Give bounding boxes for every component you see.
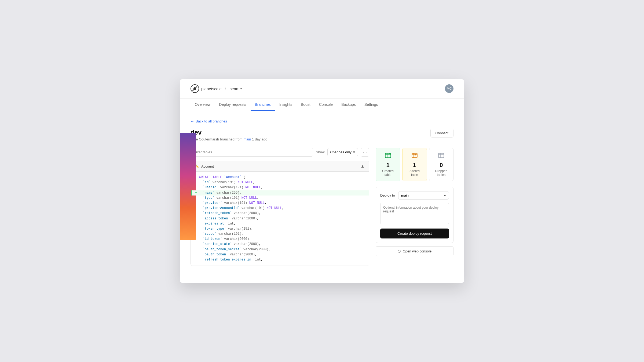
deploy-section: Deploy to main ▾ Create deploy request [376,187,453,243]
nav-tabs: Overview Deploy requests Branches Insigh… [180,99,464,111]
header: planetscale / beam ▾ MC [180,79,464,99]
filter-row: Show Changes only ▾ ··· [191,148,369,157]
altered-label: Altered table [407,169,422,177]
code-header-left: ✏️ Account [195,164,214,168]
code-block: ✏️ Account ▲ CREATE TABLE `Account` ( `i… [191,161,369,266]
code-line: `expires_at` int, [191,221,369,226]
console-icon: ⬡ [398,249,401,253]
branch-title: dev [191,129,267,136]
collapse-button[interactable]: ▲ [360,164,365,169]
left-panel: Show Changes only ▾ ··· ✏️ [191,148,369,266]
tab-settings[interactable]: Settings [360,99,382,111]
ellipsis-icon: ··· [363,150,367,155]
code-line: CREATE TABLE `Account` ( [191,175,369,180]
dropped-table-card: 0 Dropped tables [429,148,453,181]
code-line: `refresh_token_expires_in` int, [191,257,369,262]
created-label: Created table [380,169,396,177]
tab-overview[interactable]: Overview [191,99,215,111]
tab-deploy-requests[interactable]: Deploy requests [215,99,250,111]
chevron-up-icon: ▲ [360,164,365,168]
svg-rect-12 [438,153,444,158]
planetscale-logo [191,84,199,93]
code-line: `id` varchar(191) NOT NULL, [191,180,369,185]
code-line: `userId` varchar(191) NOT NULL, [191,185,369,190]
code-line: + `name` varchar(255), [191,190,369,196]
dropped-count: 0 [434,162,449,169]
dropdown-chevron-icon: ▾ [353,150,355,154]
back-to-branches-link[interactable]: ← Back to all branches [191,119,453,123]
chevron-down-icon: ▾ [240,87,242,90]
altered-table-icon [407,152,422,160]
filter-tables-input[interactable] [191,148,313,157]
more-options-button[interactable]: ··· [361,148,369,157]
tab-branches[interactable]: Branches [251,99,275,111]
code-line: `id_token` varchar(2000), [191,237,369,242]
created-count: 1 [380,162,396,169]
deploy-dropdown-chevron-icon: ▾ [444,193,446,197]
deploy-to-label: Deploy to [380,193,395,197]
code-line: `refresh_token` varchar(2000), [191,211,369,216]
deploy-target-dropdown[interactable]: main ▾ [398,191,449,200]
dropped-label: Dropped tables [434,169,449,177]
altered-count: 1 [407,162,422,169]
org-name: planetscale [201,86,222,91]
deploy-textarea[interactable] [380,203,449,224]
code-header: ✏️ Account ▲ [191,161,369,172]
code-line: `provider` varchar(191) NOT NULL, [191,201,369,206]
browser-frame: planetscale / beam ▾ MC Overview Deploy … [180,79,464,283]
altered-table-card: 1 Altered table [402,148,427,181]
table-name: Account [201,164,214,168]
code-line: `oauth_token` varchar(2000), [191,252,369,257]
right-panel: + 1 Created table [376,148,453,266]
created-table-icon: + [380,152,396,160]
branch-header: dev Mike Coutermarsh branched from main … [191,129,453,141]
changes-dropdown[interactable]: Changes only ▾ [327,148,358,156]
db-name[interactable]: beam ▾ [229,86,242,91]
svg-rect-8 [412,153,417,158]
svg-point-1 [193,87,196,90]
arrow-left-icon: ← [191,119,194,123]
dropped-table-icon [434,152,449,160]
deploy-row: Deploy to main ▾ [380,191,449,200]
code-line: `oauth_token_secret` varchar(2000), [191,247,369,252]
tab-console[interactable]: Console [315,99,337,111]
code-line: `providerAccountId` varchar(191) NOT NUL… [191,206,369,211]
code-line: `type` varchar(191) NOT NULL, [191,196,369,201]
code-body: CREATE TABLE `Account` ( `id` varchar(19… [191,172,369,266]
created-table-card: + 1 Created table [376,148,400,181]
code-line: `scope` varchar(191), [191,231,369,237]
create-deploy-button[interactable]: Create deploy request [380,229,449,238]
tab-backups[interactable]: Backups [337,99,360,111]
tab-boost[interactable]: Boost [297,99,315,111]
show-label: Show [316,150,325,154]
svg-text:+: + [389,153,390,155]
content-layout: Show Changes only ▾ ··· ✏️ [191,148,453,266]
main-content: ← Back to all branches dev Mike Couterma… [180,111,464,274]
tab-insights[interactable]: Insights [275,99,297,111]
connect-button[interactable]: Connect [430,129,453,137]
stats-row: + 1 Created table [376,148,453,181]
open-console-button[interactable]: ⬡ Open web console [376,246,453,256]
branch-info: dev Mike Coutermarsh branched from main … [191,129,267,141]
header-left: planetscale / beam ▾ [191,84,242,93]
branch-meta: Mike Coutermarsh branched from main 1 da… [191,137,267,141]
code-line: `token_type` varchar(191), [191,226,369,231]
code-line: `access_token` varchar(2000), [191,216,369,221]
code-line: `session_state` varchar(2000), [191,242,369,247]
branch-parent-link[interactable]: main [243,137,251,141]
separator: / [225,86,226,92]
avatar[interactable]: MC [445,84,453,93]
